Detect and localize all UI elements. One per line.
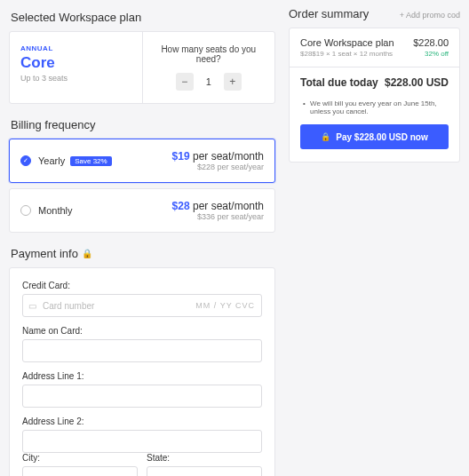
billing-save-badge: Save 32% xyxy=(70,156,111,166)
pay-now-button[interactable]: 🔒 Pay $228.00 USD now xyxy=(300,124,449,149)
card-icon: ▭ xyxy=(28,301,36,311)
quantity-stepper: − 1 + xyxy=(154,73,265,91)
summary-item-price: $228.00 xyxy=(413,37,449,48)
city-input[interactable] xyxy=(22,466,138,476)
seat-question: How many seats do you need? xyxy=(154,44,265,64)
yearly-sub-price: $228 per seat/year xyxy=(172,163,264,171)
addr1-label: Address Line 1: xyxy=(22,371,262,381)
plan-section-title: Selected Workspace plan xyxy=(11,11,275,24)
monthly-unit: per seat/month xyxy=(193,200,264,212)
radio-checked-icon xyxy=(20,155,31,166)
state-label: State: xyxy=(147,453,262,463)
seat-decrement-button[interactable]: − xyxy=(176,73,194,91)
summary-item-detail: $28$19 × 1 seat × 12 months xyxy=(300,50,393,58)
yearly-unit: per seat/month xyxy=(193,150,264,163)
state-input[interactable] xyxy=(147,466,262,476)
card-expiry-cvc-hint: MM / YY CVC xyxy=(195,301,255,310)
summary-item-name: Core Workspace plan xyxy=(300,37,394,48)
summary-card: Core Workspace plan $228.00 $28$19 × 1 s… xyxy=(289,28,460,163)
billing-monthly-label: Monthly xyxy=(38,205,73,216)
plan-subtitle: Up to 3 seats xyxy=(20,74,131,83)
monthly-sub-price: $336 per seat/year xyxy=(172,212,264,221)
radio-unchecked-icon xyxy=(20,205,31,216)
cc-label: Credit Card: xyxy=(22,281,262,290)
address-line-2-input[interactable] xyxy=(22,430,262,453)
billing-yearly-label: Yearly xyxy=(38,155,65,166)
billing-option-yearly[interactable]: Yearly Save 32% $19 per seat/month $228 … xyxy=(9,139,275,183)
seat-increment-button[interactable]: + xyxy=(224,73,242,91)
monthly-price: $28 xyxy=(172,200,190,212)
payment-card: Credit Card: ▭ MM / YY CVC Name on Card:… xyxy=(9,267,275,476)
name-on-card-input[interactable] xyxy=(22,339,262,362)
total-value: $228.00 USD xyxy=(385,76,449,89)
plan-card: ANNUAL Core Up to 3 seats How many seats… xyxy=(9,31,275,104)
billing-option-monthly[interactable]: Monthly $28 per seat/month $336 per seat… xyxy=(9,188,275,233)
address-line-1-input[interactable] xyxy=(22,385,262,408)
name-label: Name on Card: xyxy=(22,326,262,336)
billing-section-title: Billing frequency xyxy=(11,118,275,131)
lock-icon: 🔒 xyxy=(321,132,330,141)
city-label: City: xyxy=(22,453,138,463)
summary-title: Order summary xyxy=(289,7,369,20)
pay-button-label: Pay $228.00 USD now xyxy=(336,132,427,142)
payment-section-title: Payment info🔒 xyxy=(11,247,275,260)
lock-icon: 🔒 xyxy=(82,249,92,258)
seat-value: 1 xyxy=(194,76,224,87)
yearly-price: $19 xyxy=(172,150,190,163)
addr2-label: Address Line 2: xyxy=(22,416,262,426)
plan-annual-badge: ANNUAL xyxy=(20,44,131,52)
billing-fineprint: We will bill you every year on June 15th… xyxy=(303,99,446,115)
plan-name: Core xyxy=(20,54,131,72)
summary-discount: 32% off xyxy=(425,50,449,58)
total-label: Total due today xyxy=(300,76,378,89)
add-promo-link[interactable]: + Add promo cod xyxy=(400,11,460,20)
